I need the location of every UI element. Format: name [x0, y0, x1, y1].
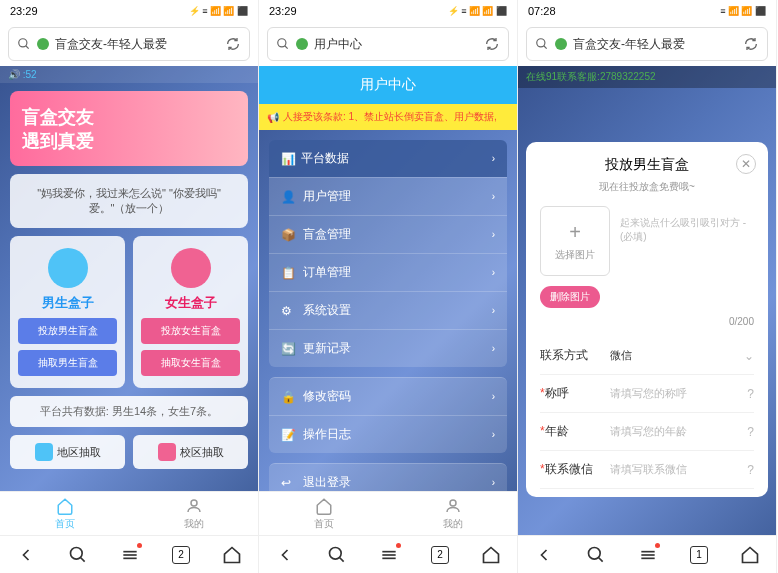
- region-row[interactable]: 地区 点我选择发布地区: [540, 489, 754, 497]
- status-icons: ⚡ ≡ 📶 📶 ⬛: [448, 6, 507, 16]
- home-button[interactable]: [481, 545, 501, 565]
- app-nav-bar: 首页 我的: [0, 491, 258, 535]
- menu-list: 📊平台数据› 👤用户管理› 📦盲盒管理› 📋订单管理› ⚙系统设置› 🔄更新记录…: [269, 140, 507, 367]
- back-button[interactable]: [275, 545, 295, 565]
- help-icon: ?: [747, 425, 754, 439]
- chevron-right-icon: ›: [492, 153, 495, 164]
- svg-line-19: [599, 557, 603, 561]
- menu-section-header[interactable]: 📊平台数据›: [269, 140, 507, 177]
- delete-image-button[interactable]: 删除图片: [540, 286, 600, 308]
- refresh-icon[interactable]: [225, 36, 241, 52]
- logout-icon: ↩: [281, 476, 295, 490]
- banner-line1: 盲盒交友: [22, 105, 94, 129]
- svg-point-0: [19, 39, 27, 47]
- menu-item-logout[interactable]: ↩退出登录›: [269, 463, 507, 491]
- content-area: 在线91联系客服:2789322252 ✕ 投放男生盲盒 现在往投放盒免费哦~ …: [518, 66, 776, 535]
- chevron-right-icon: ›: [492, 229, 495, 240]
- status-bar: 23:29 ⚡ ≡ 📶 📶 ⬛: [259, 0, 517, 22]
- menu-item-boxes[interactable]: 📦盲盒管理›: [269, 215, 507, 253]
- svg-point-11: [330, 547, 342, 559]
- draw-male-button[interactable]: 抽取男生盲盒: [18, 350, 117, 376]
- svg-point-2: [191, 500, 197, 506]
- upload-description: 起来说点什么吸引吸引对方 - (必填): [620, 206, 754, 276]
- chevron-right-icon: ›: [492, 477, 495, 488]
- menu-item-password[interactable]: 🔒修改密码›: [269, 377, 507, 415]
- wechat-row[interactable]: *联系微信 请填写联系微信 ?: [540, 451, 754, 489]
- contact-method-row[interactable]: 联系方式 微信 ⌄: [540, 337, 754, 375]
- chevron-right-icon: ›: [492, 267, 495, 278]
- person-icon: [444, 497, 462, 515]
- url-bar[interactable]: 盲盒交友-年轻人最爱: [526, 27, 768, 61]
- search-button[interactable]: [586, 545, 606, 565]
- menu-button[interactable]: [638, 545, 658, 565]
- menu-item-logs[interactable]: 📝操作日志›: [269, 415, 507, 453]
- svg-line-4: [81, 557, 85, 561]
- url-bar[interactable]: 用户中心: [267, 27, 509, 61]
- tab-count-button[interactable]: 2: [172, 546, 190, 564]
- content-area: 用户中心 📢人接受该条款: 1、禁止站长倒卖盲盒、用户数据, 📊平台数据› 👤用…: [259, 66, 517, 491]
- modal-title: 投放男生盲盒: [540, 156, 754, 174]
- chevron-down-icon: ⌄: [744, 349, 754, 363]
- back-button[interactable]: [16, 545, 36, 565]
- bottom-tabs: 地区抽取 校区抽取: [10, 435, 248, 469]
- chevron-right-icon: ›: [492, 391, 495, 402]
- phone-screen-1: 23:29 ⚡ ≡ 📶 📶 ⬛ 盲盒交友-年轻人最爱 🔊 :52 盲盒交友 遇到…: [0, 0, 259, 573]
- banner-line2: 遇到真爱: [22, 129, 94, 153]
- female-box-title: 女生盒子: [141, 294, 240, 312]
- nav-mine[interactable]: 我的: [129, 492, 258, 535]
- modal-subtitle: 现在往投放盒免费哦~: [540, 180, 754, 194]
- shield-icon: [555, 38, 567, 50]
- menu-item-orders[interactable]: 📋订单管理›: [269, 253, 507, 291]
- nickname-label: *称呼: [540, 385, 610, 402]
- nav-home[interactable]: 首页: [0, 492, 129, 535]
- home-button[interactable]: [740, 545, 760, 565]
- nav-mine[interactable]: 我的: [388, 492, 517, 535]
- menu-item-users[interactable]: 👤用户管理›: [269, 177, 507, 215]
- contact-label: 联系方式: [540, 347, 610, 364]
- age-label: *年龄: [540, 423, 610, 440]
- svg-point-3: [71, 547, 83, 559]
- menu-button[interactable]: [379, 545, 399, 565]
- school-icon: [158, 443, 176, 461]
- refresh-icon[interactable]: [484, 36, 500, 52]
- put-male-button[interactable]: 投放男生盲盒: [18, 318, 117, 344]
- home-button[interactable]: [222, 545, 242, 565]
- refresh-icon[interactable]: [743, 36, 759, 52]
- badge-dot: [655, 543, 660, 548]
- male-box: 男生盒子 投放男生盲盒 抽取男生盲盒: [10, 236, 125, 388]
- put-female-button[interactable]: 投放女生盲盒: [141, 318, 240, 344]
- help-icon: ?: [747, 463, 754, 477]
- status-time: 07:28: [528, 5, 556, 17]
- url-bar[interactable]: 盲盒交友-年轻人最爱: [8, 27, 250, 61]
- content-area: 🔊 :52 盲盒交友 遇到真爱 "妈我爱你，我过来怎么说" "你爱我吗" 爱。"…: [0, 66, 258, 491]
- nav-home[interactable]: 首页: [259, 492, 388, 535]
- image-upload-button[interactable]: + 选择图片: [540, 206, 610, 276]
- phone-screen-3: 07:28 ≡ 📶 📶 ⬛ 盲盒交友-年轻人最爱 在线91联系客服:278932…: [518, 0, 777, 573]
- close-button[interactable]: ✕: [736, 154, 756, 174]
- age-row[interactable]: *年龄 请填写您的年龄 ?: [540, 413, 754, 451]
- upload-row: + 选择图片 起来说点什么吸引吸引对方 - (必填): [540, 206, 754, 276]
- tab-count-button[interactable]: 1: [690, 546, 708, 564]
- draw-female-button[interactable]: 抽取女生盲盒: [141, 350, 240, 376]
- wechat-placeholder: 请填写联系微信: [610, 462, 747, 477]
- app-nav-bar: 首页 我的: [259, 491, 517, 535]
- stats-bar: 平台共有数据: 男生14条，女生7条。: [10, 396, 248, 427]
- nickname-row[interactable]: *称呼 请填写您的称呼 ?: [540, 375, 754, 413]
- region-tab[interactable]: 地区抽取: [10, 435, 125, 469]
- female-avatar-icon: [171, 248, 211, 288]
- menu-item-settings[interactable]: ⚙系统设置›: [269, 291, 507, 329]
- campus-tab[interactable]: 校区抽取: [133, 435, 248, 469]
- browser-nav: 2: [0, 535, 258, 573]
- update-icon: 🔄: [281, 342, 295, 356]
- search-button[interactable]: [327, 545, 347, 565]
- menu-item-updates[interactable]: 🔄更新记录›: [269, 329, 507, 367]
- menu-button[interactable]: [120, 545, 140, 565]
- search-button[interactable]: [68, 545, 88, 565]
- log-icon: 📝: [281, 428, 295, 442]
- back-button[interactable]: [534, 545, 554, 565]
- tab-count-button[interactable]: 2: [431, 546, 449, 564]
- svg-point-10: [450, 500, 456, 506]
- banner[interactable]: 盲盒交友 遇到真爱: [10, 91, 248, 166]
- chevron-right-icon: ›: [492, 429, 495, 440]
- home-icon: [315, 497, 333, 515]
